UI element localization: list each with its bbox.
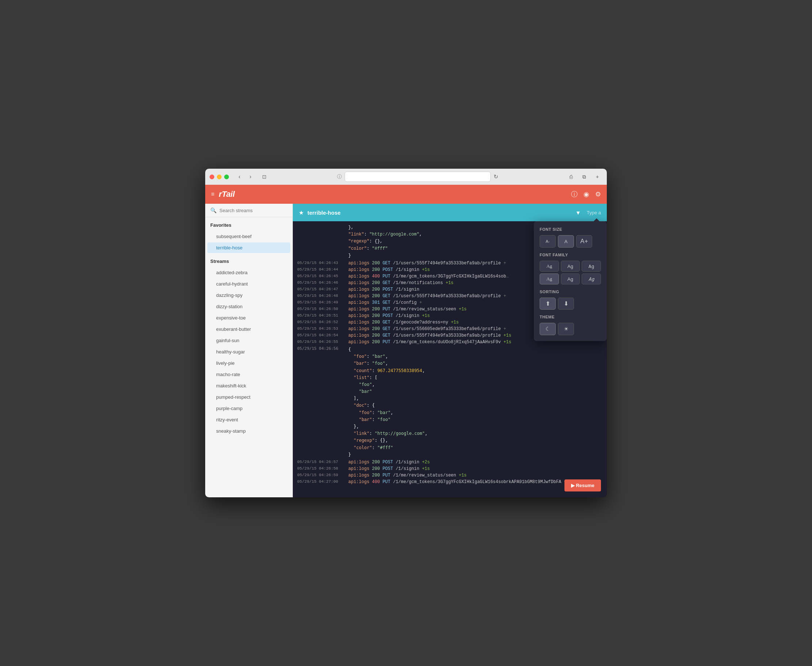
sidebar-item-dizzy-station[interactable]: dizzy-station <box>208 301 290 312</box>
sidebar-item-sneaky-stamp[interactable]: sneaky-stamp <box>208 426 290 436</box>
search-input[interactable] <box>219 208 287 213</box>
info-button[interactable]: ⓘ <box>571 190 578 199</box>
moon-icon: ☾ <box>545 326 550 332</box>
theme-dark-button[interactable]: ☾ <box>540 323 556 335</box>
maximize-button[interactable] <box>224 175 229 179</box>
sidebar-item-subsequent-beef[interactable]: subsequent-beef <box>208 231 290 242</box>
sun-icon: ☀ <box>564 326 568 332</box>
stream-title: terrible-hose <box>307 209 572 216</box>
share-button[interactable]: ⎙ <box>566 171 576 182</box>
refresh-button[interactable]: ↻ <box>494 173 498 180</box>
search-box: 🔍 <box>205 204 292 217</box>
log-json-block: 05/29/15 04:26:56 { "foo": "bar", "bar":… <box>293 345 607 459</box>
back-button[interactable]: ‹ <box>235 172 244 181</box>
sidebar-item-lively-pie[interactable]: lively-pie <box>208 358 290 368</box>
app-logo: rTail <box>219 190 234 199</box>
font-family-btn-3[interactable]: Ag <box>581 261 601 272</box>
sort-asc-icon: ⬆ <box>545 300 550 307</box>
type-filter: Type a <box>587 210 601 216</box>
font-size-normal-button[interactable]: A <box>558 235 574 247</box>
star-icon: ★ <box>299 209 304 216</box>
stream-header: ★ terrible-hose ▼ Type a <box>293 204 607 221</box>
lock-icon: ⓘ <box>337 173 342 180</box>
font-family-btn-1[interactable]: Ag <box>540 261 559 272</box>
nav-buttons: ‹ › <box>235 172 255 181</box>
font-family-btn-6[interactable]: Ag <box>581 274 601 284</box>
titlebar: ‹ › ⊡ ⓘ ↻ ⎙ ⧉ + <box>205 169 607 185</box>
log-entry: 05/29/15 04:26:59 api:logs 200 PUT /1/me… <box>293 472 607 479</box>
sidebar-item-careful-hydrant[interactable]: careful-hydrant <box>208 279 290 289</box>
streams-label: Streams <box>205 254 292 267</box>
sidebar-item-makeshift-kick[interactable]: makeshift-kick <box>208 381 290 391</box>
resume-button[interactable]: ▶ Resume <box>565 480 601 491</box>
theme-buttons: ☾ ☀ <box>540 323 601 335</box>
stream-area: ★ terrible-hose ▼ Type a }, "link": "htt… <box>293 204 607 497</box>
sidebar-item-macho-rate[interactable]: macho-rate <box>208 369 290 380</box>
tab-view-button[interactable]: ⊡ <box>260 172 269 181</box>
log-entry: 05/29/15 04:26:57 api:logs 200 POST /1/s… <box>293 459 607 465</box>
sidebar-item-terrible-hose[interactable]: terrible-hose <box>208 242 290 253</box>
forward-button[interactable]: › <box>246 172 255 181</box>
font-family-label: Font family <box>540 253 601 257</box>
app-header: ≡ rTail ⓘ ◉ ⚙ <box>205 185 607 204</box>
font-family-btn-4[interactable]: Ag <box>540 274 559 284</box>
close-button[interactable] <box>209 175 214 179</box>
theme-light-button[interactable]: ☀ <box>558 323 574 335</box>
theme-label: Theme <box>540 315 601 319</box>
header-right: ⓘ ◉ ⚙ <box>571 190 601 199</box>
settings-button[interactable]: ⚙ <box>595 190 601 198</box>
minimize-button[interactable] <box>217 175 222 179</box>
sort-buttons: ⬆ ⬇ <box>540 298 601 310</box>
sort-asc-button[interactable]: ⬆ <box>540 298 556 310</box>
log-entry: 05/29/15 04:27:00 api:logs 400 PUT /1/me… <box>293 479 607 485</box>
sidebar-item-addicted-zebra[interactable]: addicted-zebra <box>208 267 290 278</box>
settings-popup: Font size A- A A+ Font family Ag Ag Ag A… <box>534 221 607 341</box>
app-layout: ≡ rTail ⓘ ◉ ⚙ 🔍 Favorites subsequent-bee… <box>205 185 607 497</box>
main-content: 🔍 Favorites subsequent-beef terrible-hos… <box>205 204 607 497</box>
sort-desc-icon: ⬇ <box>564 300 568 307</box>
hamburger-button[interactable]: ≡ <box>211 191 214 198</box>
font-size-increase-button[interactable]: A+ <box>576 235 592 247</box>
sidebar-item-pumped-respect[interactable]: pumped-respect <box>208 392 290 402</box>
sort-desc-button[interactable]: ⬇ <box>558 298 574 310</box>
sidebar-item-ritzy-event[interactable]: ritzy-event <box>208 414 290 425</box>
font-size-buttons: A- A A+ <box>540 235 601 247</box>
fullscreen-button[interactable]: ⧉ <box>579 171 589 182</box>
sidebar-item-expensive-toe[interactable]: expensive-toe <box>208 313 290 323</box>
font-family-grid: Ag Ag Ag Ag Ag Ag <box>540 261 601 284</box>
sidebar-item-healthy-sugar[interactable]: healthy-sugar <box>208 346 290 357</box>
font-family-btn-5[interactable]: Ag <box>561 274 580 284</box>
font-size-label: Font size <box>540 227 601 231</box>
address-input[interactable] <box>345 171 491 182</box>
traffic-lights <box>209 175 229 179</box>
sidebar-item-exuberant-butter[interactable]: exuberant-butter <box>208 324 290 335</box>
sidebar-item-purple-camp[interactable]: purple-camp <box>208 403 290 414</box>
sidebar: 🔍 Favorites subsequent-beef terrible-hos… <box>205 204 293 497</box>
add-tab-button[interactable]: + <box>592 171 603 182</box>
favorites-label: Favorites <box>205 217 292 231</box>
sorting-label: Sorting <box>540 290 601 294</box>
address-bar-area: ⓘ ↻ <box>272 171 563 182</box>
filter-icon: ▼ <box>575 209 581 216</box>
font-size-decrease-button[interactable]: A- <box>540 235 556 247</box>
sidebar-item-dazzling-spy[interactable]: dazzling-spy <box>208 290 290 300</box>
search-icon: 🔍 <box>210 208 216 213</box>
sidebar-item-gainful-sun[interactable]: gainful-sun <box>208 335 290 346</box>
globe-button[interactable]: ◉ <box>583 190 589 198</box>
font-family-btn-2[interactable]: Ag <box>561 261 580 272</box>
log-entry: 05/29/15 04:26:58 api:logs 200 POST /1/s… <box>293 465 607 472</box>
app-window: ‹ › ⊡ ⓘ ↻ ⎙ ⧉ + ≡ rTail ⓘ ◉ ⚙ <box>205 169 607 497</box>
